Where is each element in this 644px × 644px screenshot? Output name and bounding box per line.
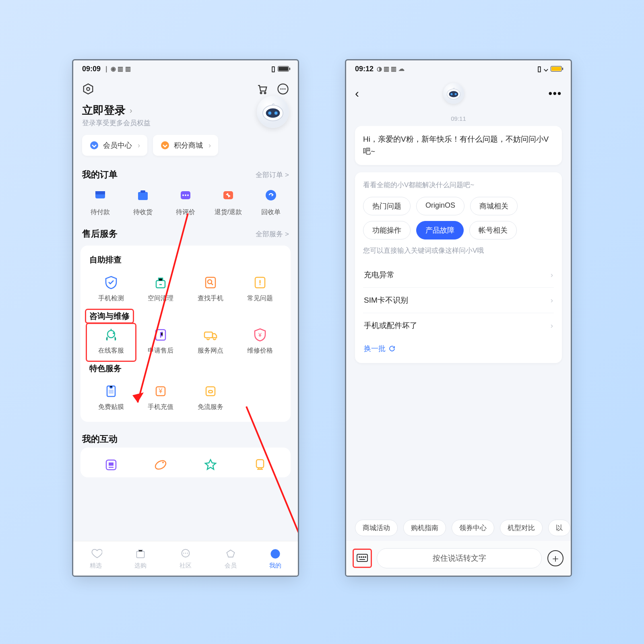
service-item[interactable]: 手机检测 [86,271,136,309]
nav-item[interactable]: 我的 [269,547,282,570]
svg-point-25 [107,330,115,338]
order-item[interactable]: 回收单 [253,186,289,217]
sim-icon: ▯ [537,64,541,73]
svg-point-44 [276,552,278,554]
chat-topbar: ‹ ••• [346,77,571,109]
suggestion-pills: 商城活动购机指南领券中心机型对比以 [346,516,571,541]
refresh-icon [389,345,395,352]
input-bar: 按住说话转文字 ＋ [346,541,571,576]
service-item[interactable]: 免流服务 [186,380,235,418]
svg-point-2 [260,92,262,94]
service-item[interactable]: 查找手机 [186,271,235,309]
sim-icon: ▯ [271,64,275,73]
interact-item[interactable] [186,453,235,476]
status-time: 09:09 [82,65,101,73]
service-item[interactable]: ¥ 手机充值 [136,380,186,418]
cart-icon[interactable] [256,83,268,95]
order-item[interactable]: 待付款 [82,186,118,217]
service-item[interactable]: 服务网点 [186,323,235,361]
question-row[interactable]: SIM卡不识别› [363,287,554,313]
refresh-button[interactable]: 换一批 [363,338,396,356]
topic-tag[interactable]: OriginOS [416,197,464,215]
svg-point-16 [182,194,184,196]
services-title: 售后服务 [82,228,118,240]
nav-item[interactable]: 选购 [134,547,147,570]
interact-item[interactable] [136,453,186,476]
service-item[interactable]: ¥ 维修价格 [235,323,285,361]
topics-bubble: 看看全能的小V都能解决什么问题吧~ 热门问题OriginOS商城相关功能操作产品… [355,172,562,363]
order-item[interactable]: 待评价 [167,186,204,217]
service-item[interactable]: 在线客服 [86,323,136,361]
status-indicators: ◑ ▥ ▥ ☁ [377,65,405,72]
interact-title: 我的互动 [82,433,118,445]
interact-item[interactable] [86,453,136,476]
nav-item[interactable]: 会员 [224,547,237,570]
topic-tag[interactable]: 功能操作 [363,221,411,239]
service-item[interactable]: 常见问题 [235,271,285,309]
suggest-pill[interactable]: 购机指南 [403,520,446,536]
keyboard-button[interactable] [353,549,371,567]
question-row[interactable]: 手机或配件坏了› [363,313,554,338]
svg-text:¥: ¥ [159,388,163,394]
svg-point-57 [365,557,366,557]
suggest-pill[interactable]: 领券中心 [452,520,494,536]
settings-icon[interactable] [82,83,94,95]
services-more[interactable]: 全部服务 > [256,229,289,239]
svg-rect-31 [109,390,114,394]
topic-tag[interactable]: 商城相关 [470,197,518,215]
svg-point-9 [90,141,98,149]
interact-item[interactable] [235,453,285,476]
more-icon[interactable]: ••• [549,87,562,100]
topic-tag[interactable]: 产品故障 [416,221,464,239]
svg-rect-36 [109,462,114,466]
svg-rect-14 [140,190,145,193]
order-item[interactable]: 待收货 [125,186,161,217]
service-item[interactable]: 空间清理 [136,271,186,309]
topic-tag[interactable]: 热门问题 [363,197,411,215]
svg-point-20 [266,190,276,200]
wifi-icon: ⌵ [544,64,548,73]
service-group-title: 特色服务 [86,361,285,380]
bottom-nav: 精选 选购 社区 会员 我的 [73,541,298,576]
svg-rect-34 [206,387,215,396]
service-item[interactable]: 免费贴膜 [86,380,136,418]
svg-point-6 [266,108,280,118]
nav-item[interactable]: 精选 [89,547,102,570]
order-item[interactable]: 退货/退款 [210,186,246,217]
chat-avatar[interactable] [443,83,464,104]
topbar [73,77,298,101]
service-item[interactable]: 申请售后 [136,323,186,361]
svg-rect-53 [357,554,367,561]
orders-more[interactable]: 全部订单 > [256,170,289,180]
svg-point-52 [455,93,457,95]
svg-point-43 [273,552,275,554]
suggest-pill[interactable]: 以 [548,520,570,536]
svg-rect-22 [206,277,215,288]
greeting-bubble: Hi，亲爱的V粉，新年快乐！有什么问题，不妨问问小V吧~ [355,126,562,165]
phone-right: 09:12 ◑ ▥ ▥ ☁ ▯ ⌵ ‹ ••• 09:11 Hi，亲爱的V粉，新… [346,60,571,576]
svg-point-17 [185,194,186,196]
keyboard-icon [356,553,368,563]
topic-tag[interactable]: 帐号相关 [469,221,517,239]
phone-left: 09:09 ❘ ◉ ▥ ▥ ▯ 立即登录 › 登录享受更多会员权益 会员中心› … [73,60,298,576]
svg-point-7 [268,111,271,115]
svg-marker-0 [84,84,93,94]
services-card: 自助排查 手机检测 空间清理 查找手机 常见问题咨询与维修 在线客服 申请售后 … [80,246,291,422]
svg-point-54 [359,557,360,557]
svg-point-3 [264,92,266,94]
voice-input[interactable]: 按住说话转文字 [377,548,542,568]
question-row[interactable]: 充电异常› [363,262,554,287]
suggest-pill[interactable]: 商城活动 [355,520,398,536]
message-icon[interactable] [277,83,289,95]
login-title: 立即登录 [82,103,126,118]
svg-point-1 [87,87,90,91]
service-group-title: 自助排查 [86,253,285,271]
avatar[interactable] [257,96,289,128]
member-chip[interactable]: 积分商城› [153,135,218,156]
plus-button[interactable]: ＋ [547,550,564,566]
nav-item[interactable]: 社区 [179,547,192,570]
back-icon[interactable]: ‹ [355,87,359,100]
svg-point-51 [451,93,453,95]
member-chip[interactable]: 会员中心› [82,135,147,156]
suggest-pill[interactable]: 机型对比 [500,520,543,536]
